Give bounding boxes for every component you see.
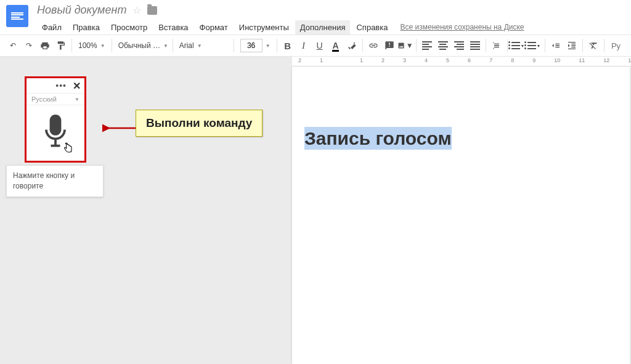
cursor-hand-icon [62,142,73,157]
font-size-input[interactable] [240,39,263,52]
input-tools-button[interactable]: Ру [607,38,625,54]
align-center-button[interactable] [435,38,451,54]
menu-addons[interactable]: Дополнения [295,20,351,34]
font-size-control[interactable]: ▼ [237,38,274,54]
callout-annotation: Выполни команду [136,110,263,137]
align-right-button[interactable] [451,38,467,54]
docs-logo[interactable] [6,5,28,27]
numbered-list-button[interactable]: ▼ [510,38,526,54]
document-text-selection[interactable]: Запись голосом [304,127,452,150]
insert-link-button[interactable] [365,38,381,54]
font-dropdown[interactable]: Arial▼ [176,38,231,54]
voice-typing-panel: ••• ✕ Русский ▼ [25,76,86,163]
redo-button[interactable]: ↷ [21,38,37,54]
menu-edit[interactable]: Правка [68,20,105,34]
italic-button[interactable]: I [296,38,312,54]
zoom-dropdown[interactable]: 100%▼ [75,38,109,54]
insert-comment-button[interactable] [381,38,397,54]
toolbar: ↶ ↷ 100%▼ Обычный …▼ Arial▼ ▼ B I U A ▼ … [0,34,631,57]
style-value: Обычный … [118,41,160,50]
align-left-button[interactable] [419,38,435,54]
bold-button[interactable]: B [280,38,296,54]
clear-formatting-button[interactable] [585,38,601,54]
bulleted-list-button[interactable]: ▼ [526,38,542,54]
docs-logo-icon [11,10,23,22]
voice-options-icon[interactable]: ••• [55,81,67,91]
text-color-button[interactable]: A [328,38,344,54]
horizontal-ruler[interactable]: 2 1 1 2 3 4 5 6 7 8 9 10 11 12 13 14 [292,57,631,67]
menu-view[interactable]: Просмотр [106,20,152,34]
highlight-button[interactable] [344,38,360,54]
undo-button[interactable]: ↶ [5,38,21,54]
menu-insert[interactable]: Вставка [153,20,193,34]
voice-tooltip: Нажмите кнопку и говорите [6,165,104,197]
document-page[interactable]: Запись голосом [292,67,630,364]
close-icon[interactable]: ✕ [73,80,81,92]
callout-text: Выполни команду [136,110,263,137]
star-icon[interactable]: ☆ [132,4,141,16]
insert-image-button[interactable]: ▼ [397,38,413,54]
paint-format-button[interactable] [53,38,69,54]
folder-icon[interactable] [147,6,157,15]
document-title[interactable]: Новый документ [37,4,126,17]
print-button[interactable] [37,38,53,54]
menu-help[interactable]: Справка [351,20,393,34]
underline-button[interactable]: U [312,38,328,54]
font-value: Arial [179,41,194,50]
menu-format[interactable]: Формат [195,20,233,34]
left-margin-area: ••• ✕ Русский ▼ Нажми [0,57,292,364]
increase-indent-button[interactable] [564,38,580,54]
voice-language-label: Русский [31,95,57,103]
menubar: Файл Правка Просмотр Вставка Формат Инст… [37,20,625,34]
align-justify-button[interactable] [467,38,483,54]
decrease-indent-button[interactable] [548,38,564,54]
menu-file[interactable]: Файл [37,20,67,34]
line-spacing-button[interactable] [489,38,505,54]
zoom-value: 100% [78,41,97,50]
voice-language-dropdown[interactable]: Русский ▼ [26,93,84,105]
menu-tools[interactable]: Инструменты [234,20,294,34]
paragraph-style-dropdown[interactable]: Обычный …▼ [115,38,170,54]
save-status[interactable]: Все изменения сохранены на Диске [400,20,524,34]
